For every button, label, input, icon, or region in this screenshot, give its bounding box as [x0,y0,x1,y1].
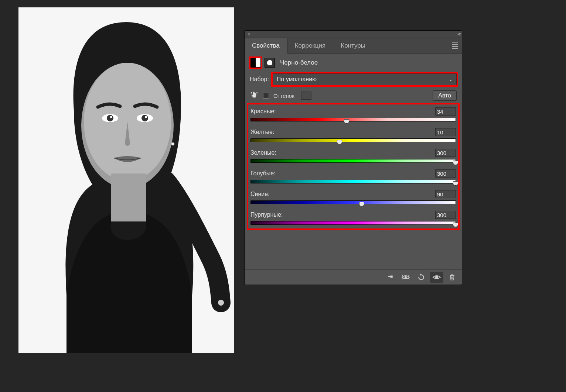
slider-track[interactable] [250,200,456,204]
tab-properties[interactable]: Свойства [245,38,287,54]
slider-track[interactable] [250,138,456,142]
slider-value-input[interactable]: 90 [435,190,456,198]
slider-thumb[interactable] [453,181,458,186]
slider-yellows: Желтые: 10 [250,128,456,142]
visibility-icon[interactable] [430,272,443,283]
adjustment-title: Черно-белое [280,59,318,66]
slider-thumb[interactable] [337,140,342,144]
slider-value-input[interactable]: 300 [435,169,456,178]
clip-to-layer-icon[interactable] [383,272,397,283]
slider-thumb[interactable] [344,119,349,124]
panel-footer [245,269,462,285]
view-previous-icon[interactable] [399,272,412,283]
slider-track[interactable] [250,221,456,225]
close-icon[interactable]: × [247,31,251,37]
preset-label: Набор: [250,76,269,83]
canvas-document-image [18,7,234,353]
tint-label: Оттенок [273,93,294,99]
panel-tabs: Свойства Коррекция Контуры [245,38,462,54]
chevron-down-icon: ⌄ [449,77,453,82]
slider-label: Зеленые: [250,149,276,156]
slider-cyans: Голубые: 300 [250,169,456,183]
slider-blues: Синие: 90 [250,190,456,204]
tab-adjustments[interactable]: Коррекция [287,38,334,53]
slider-value-input[interactable]: 300 [435,211,456,219]
panel-body: Черно-белое Набор: По умолчанию ⌄ Оттено… [245,54,462,269]
slider-label: Красные: [250,108,276,115]
targeted-adjustment-icon[interactable] [250,91,259,101]
tint-checkbox[interactable] [263,93,269,99]
panel-titlebar: × << [245,31,462,38]
svg-point-7 [107,115,113,121]
preset-value: По умолчанию [277,76,317,83]
svg-rect-12 [391,275,393,278]
tint-color-swatch[interactable] [301,92,311,100]
svg-point-14 [435,276,438,279]
slider-magentas: Пурпурные: 300 [250,211,456,225]
reset-icon[interactable] [415,272,428,283]
slider-label: Голубые: [250,170,276,177]
slider-thumb[interactable] [453,161,458,165]
preset-row: Набор: По умолчанию ⌄ [250,73,457,85]
mask-thumb-icon[interactable] [265,58,275,68]
tab-paths[interactable]: Контуры [333,38,373,53]
svg-point-10 [145,116,147,118]
svg-point-4 [218,300,224,306]
slider-value-input[interactable]: 10 [435,128,456,136]
panel-menu-icon[interactable] [452,42,458,49]
slider-label: Желтые: [250,129,274,135]
slider-track[interactable] [250,159,456,163]
slider-reds: Красные: 34 [250,107,456,121]
slider-greens: Зеленые: 300 [250,149,456,163]
adjustment-thumb-icon[interactable] [250,58,261,68]
auto-button[interactable]: Авто [433,90,457,101]
svg-point-13 [405,276,407,278]
tint-row: Оттенок Авто [250,90,457,101]
collapse-icon[interactable]: << [457,32,460,37]
svg-point-11 [171,142,174,145]
slider-value-input[interactable]: 300 [435,149,456,157]
slider-label: Пурпурные: [250,212,283,218]
preset-dropdown[interactable]: По умолчанию ⌄ [273,73,457,85]
delete-icon[interactable] [446,272,459,283]
color-sliders-block: Красные: 34 Желтые: 10 Зеленые: [248,104,458,228]
svg-point-9 [110,116,112,118]
svg-rect-3 [111,173,146,221]
adjustment-header: Черно-белое [250,58,457,68]
slider-track[interactable] [250,180,456,183]
slider-value-input[interactable]: 34 [435,107,456,116]
slider-thumb[interactable] [359,202,364,206]
properties-panel: × << Свойства Коррекция Контуры Черно-бе… [244,30,462,285]
slider-label: Синие: [250,191,270,197]
slider-thumb[interactable] [453,223,458,227]
slider-track[interactable] [250,118,456,121]
svg-point-8 [142,115,148,121]
